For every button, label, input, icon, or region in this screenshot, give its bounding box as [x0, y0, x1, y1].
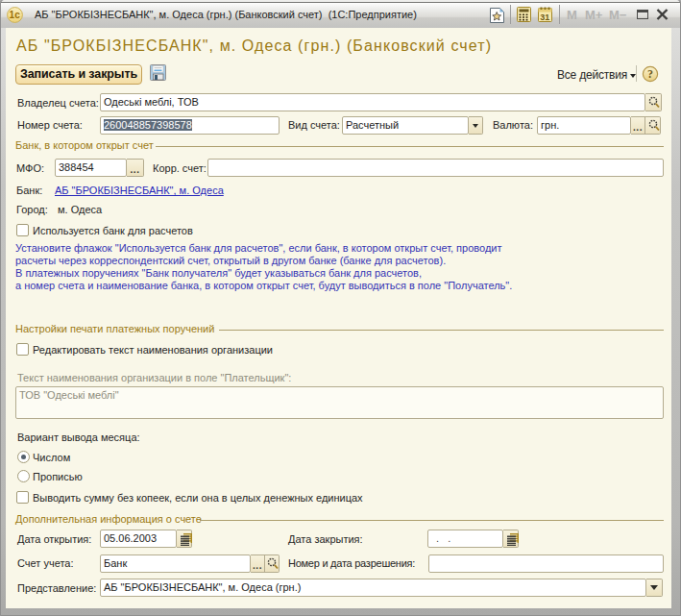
svg-text:?: ?	[647, 67, 653, 81]
svg-text:31: 31	[540, 12, 549, 22]
svg-text:1с: 1с	[10, 10, 21, 20]
